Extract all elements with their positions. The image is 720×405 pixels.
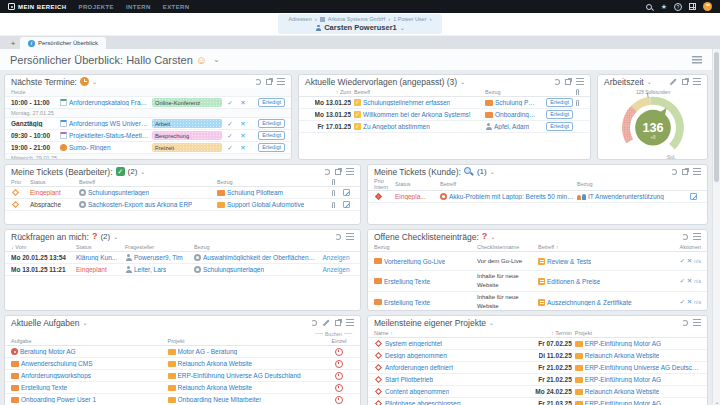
nav-extern[interactable]: EXTERN xyxy=(163,4,190,10)
milestone-row[interactable]: Design abgenommen Di 11.02.25 Relaunch A… xyxy=(368,350,707,362)
milestone-link[interactable]: Design abgenommen xyxy=(374,352,513,359)
chevron-down-icon[interactable]: ⌄ xyxy=(490,168,495,175)
not-applicable-icon[interactable]: n/a xyxy=(694,278,701,284)
project-link[interactable]: Onboarding Neue Mitarbeiter xyxy=(168,396,322,403)
milestone-link[interactable]: System eingerichtet xyxy=(374,340,513,347)
project-link[interactable]: ERP-Einführung Motor AG xyxy=(575,376,701,383)
open-external-icon[interactable] xyxy=(682,79,688,85)
followup-link[interactable]: Zu Angebot abstimmen xyxy=(354,123,482,130)
milestone-link[interactable]: Anforderungen definiert xyxy=(374,364,513,371)
accept-check-icon[interactable]: ✓ xyxy=(225,120,235,128)
panel-settings-icon[interactable] xyxy=(693,319,701,326)
user-avatar[interactable] xyxy=(703,2,712,11)
followup-row[interactable]: Fr 17.01.25 Zu Angebot abstimmen Apfel, … xyxy=(299,121,590,133)
decline-cross-icon[interactable]: ✕ xyxy=(238,99,248,107)
decline-cross-icon[interactable]: ✕ xyxy=(238,120,248,128)
complete-check-icon[interactable]: ✓ xyxy=(680,257,685,264)
breadcrumb-company[interactable]: Arkona Systems GmbH xyxy=(328,16,385,22)
milestone-link[interactable]: Pilotphase abgeschlossen xyxy=(374,400,513,405)
task-link[interactable]: Anforderungsworkshops xyxy=(11,372,165,379)
refresh-icon[interactable] xyxy=(255,79,261,85)
time-booking-icon[interactable] xyxy=(335,396,343,404)
panel-settings-icon[interactable] xyxy=(693,78,701,85)
decline-cross-icon[interactable]: ✕ xyxy=(238,144,248,152)
column-header-prio[interactable]: Prio xyxy=(11,179,27,185)
column-header-fragesteller[interactable]: Fragesteller xyxy=(125,244,191,250)
task-row[interactable]: Erstellung Texte Relaunch Arkona Website xyxy=(5,382,360,394)
refresh-icon[interactable] xyxy=(311,320,317,326)
milestone-row[interactable]: Content abgenommen Mo 24.02.25 Relaunch … xyxy=(368,386,707,398)
open-external-icon[interactable] xyxy=(682,169,688,175)
column-header-name[interactable]: Name ↑ xyxy=(374,330,513,336)
refresh-icon[interactable] xyxy=(554,79,560,85)
project-link[interactable]: ERP-Einführung Universe AG Deutschland xyxy=(168,372,322,379)
project-link[interactable]: ERP-Einführung Universe AG Deutschland xyxy=(575,364,701,371)
erledigt-button[interactable]: Erledigt xyxy=(546,98,573,108)
nav-mein-bereich[interactable]: MEIN BEREICH xyxy=(8,3,66,10)
column-header-betreff[interactable]: Betreff xyxy=(354,89,482,95)
add-tab-button[interactable]: + xyxy=(6,38,20,49)
open-external-icon[interactable] xyxy=(266,79,272,85)
panel-settings-icon[interactable] xyxy=(277,78,285,85)
reference-link[interactable]: Schulungsunterlagen xyxy=(194,266,315,273)
appointment-row[interactable]: 19:00 - 21:00 Sumo- Ringen Freizeit ✓ ✕ … xyxy=(5,142,291,154)
appointment-link[interactable]: Sumo- Ringen xyxy=(60,144,149,151)
column-header-betreff[interactable]: Betreff ↑ xyxy=(538,244,658,250)
reference-link[interactable]: IT Anwenderunterstützung xyxy=(577,193,687,200)
panel-settings-icon[interactable] xyxy=(693,233,701,240)
followup-link[interactable]: Willkommen bei der Arkona Systems! xyxy=(354,111,482,118)
followup-link[interactable]: Schulungsteilnehmer erfassen xyxy=(354,99,482,106)
appointment-link[interactable]: Anforderungs WS Universe AG xyxy=(60,120,149,127)
project-link[interactable]: ERP-Einführung Motor AG xyxy=(575,400,701,405)
reject-cross-icon[interactable]: ✕ xyxy=(687,257,692,264)
nav-intern[interactable]: INTERN xyxy=(126,4,151,10)
chevron-down-icon[interactable]: ⌄ xyxy=(83,319,88,326)
not-applicable-icon[interactable]: n/a xyxy=(694,258,701,264)
refresh-icon[interactable] xyxy=(682,234,688,240)
inquiry-row[interactable]: Mo 20.01.25 13:54 Klärung Kun... Powerus… xyxy=(5,252,360,264)
task-link[interactable]: Beratung Motor AG xyxy=(11,348,165,355)
erledigt-button[interactable]: Erledigt xyxy=(546,122,573,132)
help-icon[interactable]: ? xyxy=(674,3,682,11)
reference-link[interactable]: Erstellung Texte xyxy=(374,278,474,285)
appointment-row[interactable]: 10:00 - 11:00 Anforderungskatalog Fragen… xyxy=(5,97,291,109)
nav-projekte[interactable]: PROJEKTE xyxy=(78,4,114,10)
ticket-row[interactable]: Eingeplant Schulungsunterlagen Schulung … xyxy=(5,187,360,199)
project-link[interactable]: Relaunch Arkona Website xyxy=(168,384,322,391)
breadcrumb-current-user[interactable]: Carsten Poweruser1 xyxy=(324,23,397,32)
chevron-down-icon[interactable]: ⌄ xyxy=(460,78,465,85)
checklist-row[interactable]: Erstellung Texte Inhalte für neue Websit… xyxy=(368,271,707,292)
checklist-entry-link[interactable]: Auszeichnungen & Zertifikate xyxy=(538,299,658,306)
dashboard-menu-icon[interactable] xyxy=(692,56,702,64)
complete-check-icon[interactable]: ✓ xyxy=(680,277,685,284)
apps-grid-icon[interactable] xyxy=(689,3,696,10)
reference-link[interactable]: Schulung Pilotteam xyxy=(485,99,536,106)
column-header-aufgabe[interactable]: Aufgabe xyxy=(11,338,165,344)
reference-link[interactable]: Vorbereitung Go-Live xyxy=(374,258,474,265)
followup-row[interactable]: Mo 13.01.25 Schulungsteilnehmer erfassen… xyxy=(299,97,590,109)
chevron-down-icon[interactable]: ⌄ xyxy=(400,24,405,31)
column-header-projekt[interactable]: Projekt xyxy=(168,338,322,344)
milestone-row[interactable]: Start Pilotbetrieb Fr 21.02.25 ERP-Einfü… xyxy=(368,374,707,386)
milestone-row[interactable]: Pilotphase abgeschlossen Fr 21.03.25 ERP… xyxy=(368,398,707,405)
column-header-bezug[interactable]: Bezug xyxy=(577,181,687,187)
contact-link[interactable]: Apfel, Adam xyxy=(485,123,536,130)
column-header-termin[interactable]: ↑ Termin xyxy=(551,330,572,336)
column-header-betreff[interactable]: Betreff xyxy=(79,179,214,185)
appointment-link[interactable]: Anforderungskatalog Fragen Universe xyxy=(60,99,149,106)
column-header-zum[interactable]: ↑ Zum xyxy=(336,89,351,95)
decline-cross-icon[interactable]: ✕ xyxy=(238,132,248,140)
erledigt-button[interactable]: Erledigt xyxy=(546,110,573,120)
breadcrumb-adressen[interactable]: Adressen xyxy=(288,16,311,22)
erledigt-button[interactable]: Erledigt xyxy=(258,98,285,108)
time-booking-icon[interactable] xyxy=(335,360,343,368)
erledigt-button[interactable]: Erledigt xyxy=(258,131,285,141)
refresh-icon[interactable] xyxy=(335,234,341,240)
project-link[interactable]: Motor AG - Beratung xyxy=(168,348,322,355)
panel-settings-icon[interactable] xyxy=(693,168,701,175)
open-external-icon[interactable] xyxy=(335,169,341,175)
ticket-link[interactable]: Akku-Problem mit Laptop: Bereits 50 min … xyxy=(440,193,574,200)
panel-settings-icon[interactable] xyxy=(346,319,354,326)
refresh-icon[interactable] xyxy=(682,320,688,326)
ticket-link[interactable]: Sachkosten-Export aus Arkona ERP xyxy=(79,201,214,208)
